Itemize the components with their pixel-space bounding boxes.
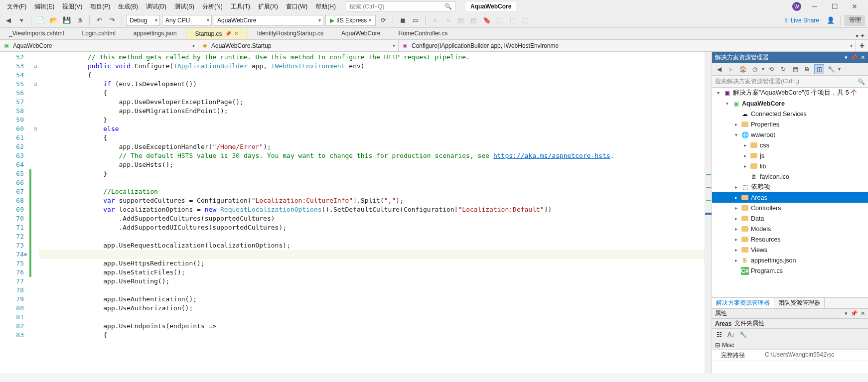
expand-icon[interactable]: ▸ (733, 247, 739, 253)
close-icon[interactable]: ✕ (234, 30, 239, 37)
scope-dropdown[interactable]: ▣ AquaWebCore (0, 40, 198, 51)
startup-dropdown[interactable]: AquaWebCore (214, 15, 323, 26)
tab-team-explorer[interactable]: 团队资源管理器 (774, 298, 825, 308)
layout-icon[interactable]: ▭ (410, 15, 421, 26)
expand-icon[interactable]: ▸ (742, 153, 748, 158)
expand-icon[interactable]: ▸ (733, 195, 739, 200)
document-tab[interactable]: Startup.cs📌✕ (186, 27, 248, 39)
manage-button[interactable]: 管理 (845, 15, 865, 26)
pin-icon[interactable]: 📌 (225, 31, 231, 36)
document-tab[interactable]: IdentityHostingStartup.cs (248, 27, 332, 39)
expand-icon[interactable]: ▸ (742, 142, 748, 148)
properties-icon[interactable]: 🔧 (826, 64, 836, 74)
document-tab[interactable]: _ViewImports.cshtml (0, 27, 73, 39)
tab-solution-explorer[interactable]: 解决方案资源管理器 (712, 298, 774, 308)
bookmark-icon[interactable]: 🔖 (481, 15, 492, 26)
browser-icon[interactable]: ◼ (397, 15, 408, 26)
tree-node[interactable]: ▸🗎appsettings.json (712, 255, 868, 265)
close-icon[interactable]: ✕ (861, 54, 865, 61)
menu-item[interactable]: 窗口(W) (282, 0, 311, 13)
menu-item[interactable]: 调试(D) (142, 0, 170, 13)
tree-node[interactable]: ▸Data (712, 213, 868, 224)
document-tab[interactable]: HomeController.cs (390, 27, 457, 39)
code-area[interactable]: // This method gets called by the runtim… (39, 52, 705, 373)
save-all-icon[interactable]: 🗎 (74, 15, 85, 26)
document-tab[interactable]: appsettings.json (125, 27, 186, 39)
tree-node[interactable]: ▸Properties (712, 119, 868, 129)
save-icon[interactable]: 💾 (61, 15, 72, 26)
scope-icon[interactable]: ◷ (750, 64, 760, 74)
expand-icon[interactable]: ▸ (733, 257, 739, 263)
show-all-icon[interactable]: 🗎 (802, 64, 812, 74)
tree-node[interactable]: C#Program.cs (712, 265, 868, 276)
scroll-indicator[interactable] (705, 52, 712, 373)
expand-icon[interactable]: ▸ (733, 205, 739, 211)
sync-icon[interactable]: ⟲ (766, 64, 776, 74)
preview-icon[interactable]: ◫ (814, 64, 824, 74)
tree-node[interactable]: ☁Connected Services (712, 109, 868, 119)
prop-wrench-icon[interactable]: 🔧 (738, 330, 748, 340)
menu-item[interactable]: 视图(V) (58, 0, 86, 13)
tree-node[interactable]: ▸Resources (712, 234, 868, 245)
refresh-icon[interactable]: ⟳ (378, 15, 389, 26)
split-editor-button[interactable]: ✚ (856, 40, 868, 51)
property-row[interactable]: 完整路径 C:\Users\Wangbin5542\so (712, 350, 868, 361)
property-category[interactable]: ⊟ Misc (712, 341, 868, 350)
tree-node[interactable]: ▾▣解决方案"AquaWebCore"(5 个项目，共 5 个 (712, 88, 868, 98)
member-dropdown[interactable]: ◉ Configure(IApplicationBuilder app, IWe… (399, 40, 856, 51)
tree-node[interactable]: ▸Models (712, 224, 868, 234)
close-icon[interactable]: ✕ (861, 310, 865, 317)
tree-node[interactable]: ▸Areas (712, 192, 868, 203)
new-project-icon[interactable]: 📄 (35, 15, 46, 26)
expand-icon[interactable]: ▸ (733, 226, 739, 232)
home-icon[interactable]: 🏠 (738, 64, 748, 74)
maximize-button[interactable]: ☐ (828, 2, 841, 10)
feedback-icon[interactable]: 👤 (825, 15, 836, 26)
expand-icon[interactable]: ▸ (742, 163, 748, 169)
minimize-button[interactable]: ─ (808, 2, 821, 10)
menu-item[interactable]: 文件(F) (3, 0, 30, 13)
document-tab[interactable]: Login.cshtml (73, 27, 124, 39)
menu-item[interactable]: 扩展(X) (254, 0, 282, 13)
run-button[interactable]: ▶ IIS Express ▾ (325, 15, 376, 26)
dropdown-icon[interactable]: ▾ (845, 310, 848, 317)
expand-icon[interactable]: ▸ (733, 184, 739, 190)
document-tab[interactable]: AquaWebCore (332, 27, 390, 39)
close-button[interactable]: ✕ (848, 2, 861, 10)
refresh-icon[interactable]: ↻ (778, 64, 788, 74)
code-editor[interactable]: 5253545556575859606162636465666768697071… (0, 52, 712, 373)
quick-search[interactable]: 搜索 (Ctrl+Q) 🔍 (346, 1, 455, 11)
pin-icon[interactable]: 📌 (851, 54, 858, 61)
dropdown-icon[interactable]: ▾ (845, 54, 848, 61)
back-icon[interactable]: ◀ (3, 15, 14, 26)
redo-icon[interactable]: ↷ (107, 15, 118, 26)
account-avatar[interactable]: W (792, 2, 801, 11)
tree-node[interactable]: ▸⬚依赖项 (712, 182, 868, 192)
solution-search[interactable]: 搜索解决方案资源管理器(Ctrl+;) 🔍 (712, 76, 868, 88)
expand-icon[interactable]: ▸ (733, 237, 739, 242)
menu-item[interactable]: 帮助(H) (311, 0, 340, 13)
undo-icon[interactable]: ↶ (94, 15, 105, 26)
fold-column[interactable]: ⊟⊟⊟ (32, 52, 39, 373)
forward-icon[interactable]: ▶ (726, 64, 736, 74)
type-dropdown[interactable]: ◆ AquaWebCore.Startup (198, 40, 399, 51)
expand-icon[interactable]: ▸ (733, 122, 739, 127)
menu-item[interactable]: 项目(P) (86, 0, 114, 13)
tree-node[interactable]: ▾🌐wwwroot (712, 129, 868, 140)
expand-icon[interactable]: ▾ (715, 90, 721, 96)
forward-icon[interactable]: ▾ (16, 15, 27, 26)
tree-node[interactable]: ▾▣AquaWebCore (712, 98, 868, 109)
tree-node[interactable]: ▸Controllers (712, 203, 868, 213)
tree-node[interactable]: 🗎favicon.ico (712, 171, 868, 182)
back-icon[interactable]: ◀ (714, 64, 724, 74)
open-icon[interactable]: 📂 (48, 15, 59, 26)
menu-item[interactable]: 测试(S) (170, 0, 198, 13)
config-dropdown[interactable]: Debug (126, 15, 160, 26)
expand-icon[interactable]: ▸ (733, 216, 739, 221)
expand-icon[interactable]: ▾ (733, 132, 739, 137)
tree-node[interactable]: ▸css (712, 140, 868, 150)
tab-overflow[interactable]: ▾ ✦ (853, 32, 868, 39)
expand-icon[interactable]: ▾ (724, 101, 730, 106)
tree-node[interactable]: ▸js (712, 150, 868, 161)
platform-dropdown[interactable]: Any CPU (162, 15, 212, 26)
